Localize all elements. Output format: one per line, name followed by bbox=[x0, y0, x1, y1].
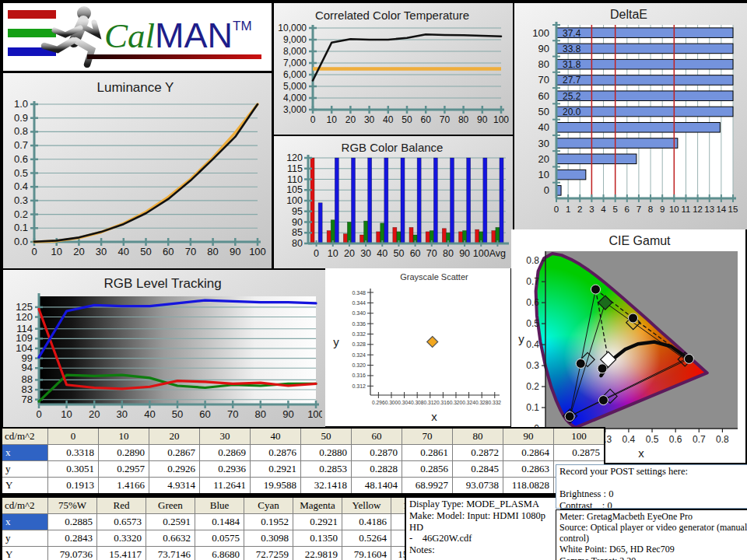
svg-text:0: 0 bbox=[31, 246, 37, 257]
logo-bar-0 bbox=[8, 10, 56, 19]
svg-text:0: 0 bbox=[310, 114, 316, 125]
svg-text:90: 90 bbox=[538, 43, 549, 54]
display-info-box[interactable]: Display Type: MODE_PLASMA Make: Model: I… bbox=[405, 496, 562, 560]
svg-text:31.8: 31.8 bbox=[563, 59, 581, 70]
table-cell[interactable]: 0.2828 bbox=[352, 461, 402, 478]
table-cell[interactable]: 0.2921 bbox=[293, 514, 342, 530]
table-cell[interactable]: 0.1350 bbox=[293, 530, 342, 547]
svg-text:DeltaE: DeltaE bbox=[610, 8, 647, 21]
svg-text:80: 80 bbox=[538, 58, 549, 70]
table-cell[interactable]: 0.2957 bbox=[99, 461, 149, 478]
table-cell[interactable]: 0.0575 bbox=[195, 530, 244, 547]
svg-text:0.7: 0.7 bbox=[14, 139, 28, 151]
table-cell[interactable]: 0.2853 bbox=[301, 461, 352, 478]
svg-text:10: 10 bbox=[61, 408, 72, 420]
table-cell[interactable]: 0.2861 bbox=[402, 445, 453, 461]
svg-text:30: 30 bbox=[96, 246, 107, 257]
table-header-cell: 80 bbox=[453, 428, 503, 445]
svg-text:30: 30 bbox=[538, 138, 549, 149]
table-cell[interactable]: 0.2869 bbox=[200, 445, 251, 461]
table-cell[interactable]: 0.6573 bbox=[97, 514, 146, 530]
table-header-cell: cd/m^2 bbox=[2, 428, 48, 445]
svg-text:80: 80 bbox=[443, 248, 454, 259]
table-cell[interactable]: 0.2921 bbox=[251, 461, 301, 478]
table-header-cell: 10 bbox=[99, 428, 149, 445]
table-cell[interactable]: 93.0738 bbox=[453, 478, 503, 495]
delta-e-chart-svg: DeltaE37.410033.89031.88027.77025.26020.… bbox=[514, 3, 744, 226]
table-cell[interactable]: 0.2863 bbox=[503, 461, 554, 478]
table-cell[interactable]: 73.7146 bbox=[146, 547, 195, 560]
svg-text:0.320: 0.320 bbox=[450, 400, 463, 405]
row-label-cell[interactable]: x bbox=[2, 514, 48, 530]
table-cell[interactable]: 4.9314 bbox=[149, 478, 200, 495]
table-cell[interactable]: 0.4186 bbox=[342, 514, 391, 530]
row-label-cell[interactable]: x bbox=[2, 445, 48, 461]
row-label-cell[interactable]: y bbox=[2, 461, 48, 478]
table-cell[interactable]: 15.4117 bbox=[97, 547, 146, 560]
table-cell[interactable]: 0.3051 bbox=[48, 461, 99, 478]
svg-text:100: 100 bbox=[286, 195, 303, 206]
table-cell[interactable]: 0.6632 bbox=[146, 530, 195, 547]
svg-text:10: 10 bbox=[328, 248, 338, 259]
notes-label-line: Notes: bbox=[409, 544, 557, 556]
svg-text:70: 70 bbox=[440, 114, 451, 125]
svg-text:90: 90 bbox=[477, 114, 488, 125]
table-cell[interactable]: 48.1404 bbox=[352, 478, 402, 495]
table-cell[interactable]: 0.2926 bbox=[149, 461, 200, 478]
svg-text:0.316: 0.316 bbox=[352, 373, 366, 378]
table-cell[interactable]: 0.1913 bbox=[48, 478, 99, 495]
table-cell[interactable]: 0.2936 bbox=[200, 461, 251, 478]
row-label-cell[interactable]: Y bbox=[2, 478, 48, 495]
table-cell[interactable]: 19.9588 bbox=[251, 478, 301, 495]
table-cell[interactable]: 0.2872 bbox=[453, 445, 503, 461]
color-temperature-chart: Correlated Color Temperature3,0004,0005,… bbox=[274, 3, 514, 135]
gamma-target-line: Gamma Target: 2.20 bbox=[559, 555, 747, 560]
table-cell[interactable]: 32.1418 bbox=[301, 478, 352, 495]
table-cell[interactable]: 0.2843 bbox=[48, 530, 97, 547]
table-cell[interactable]: 0.2864 bbox=[503, 445, 554, 461]
table-cell[interactable]: 0.2875 bbox=[554, 445, 605, 461]
table-header-cell: 30 bbox=[200, 428, 251, 445]
table-header-cell: 100 bbox=[554, 428, 605, 445]
table-cell[interactable]: 68.9927 bbox=[402, 478, 453, 495]
table-cell[interactable]: 79.0736 bbox=[48, 547, 97, 560]
svg-text:70: 70 bbox=[538, 74, 549, 86]
table-cell[interactable]: 0.2890 bbox=[99, 445, 149, 461]
table-cell[interactable]: 6.8680 bbox=[195, 547, 244, 560]
table-cell[interactable]: 0.2867 bbox=[149, 445, 200, 461]
svg-text:0.8: 0.8 bbox=[14, 125, 28, 137]
color-table: cd/m^275%WRedGreenBlueCyanMagentaYellow1… bbox=[1, 496, 441, 560]
svg-text:30: 30 bbox=[360, 248, 371, 259]
table-header-cell: Yellow bbox=[342, 497, 391, 514]
table-cell[interactable]: 118.0828 bbox=[503, 478, 554, 495]
table-cell[interactable]: 0.2845 bbox=[453, 461, 503, 478]
table-cell[interactable]: 72.7259 bbox=[244, 547, 293, 560]
table-cell[interactable]: 22.9819 bbox=[293, 547, 342, 560]
svg-text:114: 114 bbox=[16, 323, 33, 334]
table-cell[interactable]: 0.2876 bbox=[251, 445, 301, 461]
contrast-setting: Contrast : 0 bbox=[559, 500, 747, 509]
svg-text:0.3: 0.3 bbox=[526, 360, 539, 371]
table-cell[interactable]: 0.2856 bbox=[402, 461, 453, 478]
table-header-cell: 70 bbox=[402, 428, 453, 445]
svg-text:50: 50 bbox=[402, 114, 412, 125]
cct-chart-svg: Correlated Color Temperature3,0004,0005,… bbox=[274, 3, 510, 131]
table-cell[interactable]: 11.2641 bbox=[200, 478, 251, 495]
table-cell[interactable]: 0.5264 bbox=[342, 530, 391, 547]
table-cell[interactable]: 0.2591 bbox=[146, 514, 195, 530]
table-cell[interactable]: 1.4166 bbox=[99, 478, 149, 495]
svg-text:20: 20 bbox=[345, 114, 356, 125]
table-cell[interactable]: 0.2885 bbox=[48, 514, 97, 530]
table-cell[interactable]: 79.1604 bbox=[342, 547, 391, 560]
table-cell[interactable]: 0.1484 bbox=[195, 514, 244, 530]
table-header-cell: cd/m^2 bbox=[2, 497, 48, 514]
row-label-cell[interactable]: Y bbox=[2, 547, 48, 560]
table-cell[interactable]: 0.3098 bbox=[244, 530, 293, 547]
row-label-cell[interactable]: y bbox=[2, 530, 48, 547]
table-cell[interactable]: 0.3320 bbox=[97, 530, 146, 547]
table-cell[interactable]: 0.3318 bbox=[48, 445, 99, 461]
table-cell[interactable]: 0.1952 bbox=[244, 514, 293, 530]
table-cell[interactable]: 0.2870 bbox=[352, 445, 402, 461]
post-settings-textarea[interactable]: Record your POST settings here: Brightne… bbox=[556, 464, 747, 509]
table-cell[interactable]: 0.2880 bbox=[301, 445, 352, 461]
